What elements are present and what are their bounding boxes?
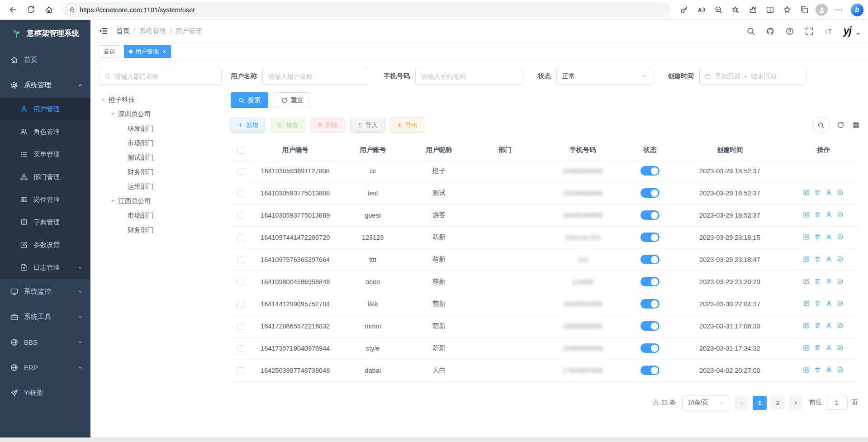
row-delete-action[interactable] [814, 278, 821, 285]
url-text[interactable]: https://ccnetcore.com:1101/system/user [80, 6, 195, 14]
row-delete-action[interactable] [814, 344, 821, 351]
row-reset-password-action[interactable] [825, 211, 832, 218]
row-reset-password-action[interactable] [825, 344, 832, 351]
tree-node[interactable]: 测试部门 [99, 150, 222, 165]
tree-node[interactable]: 市场部门 [99, 136, 222, 150]
page-button-2[interactable]: 2 [771, 396, 785, 410]
breadcrumb-item[interactable]: 用户管理 [175, 27, 202, 35]
close-icon[interactable]: × [162, 48, 166, 55]
edit-button[interactable]: 修改 [270, 118, 305, 133]
search-icon[interactable] [746, 27, 755, 36]
row-reset-password-action[interactable] [825, 233, 832, 240]
search-button[interactable]: 搜索 [231, 92, 268, 108]
tab-user-mgmt[interactable]: 用户管理× [124, 45, 171, 58]
export-button[interactable]: 导出 [390, 118, 424, 133]
status-toggle[interactable] [640, 233, 659, 242]
github-icon[interactable] [766, 27, 775, 36]
row-reset-password-action[interactable] [825, 189, 832, 196]
page-size-select[interactable]: 10条/页 [682, 395, 728, 410]
row-reset-password-action[interactable] [825, 278, 832, 285]
sidebar-item-user-mgmt[interactable]: 用户管理 [0, 98, 90, 120]
row-checkbox[interactable] [237, 279, 244, 285]
zoom-button[interactable] [710, 2, 726, 18]
add-button[interactable]: 新增 [231, 118, 265, 133]
row-checkbox[interactable] [237, 345, 244, 352]
status-toggle[interactable] [640, 210, 659, 220]
date-range-picker[interactable]: 开始日期 - 结束日期 [699, 68, 807, 85]
row-checkbox[interactable] [237, 234, 244, 241]
row-assign-role-action[interactable] [837, 278, 844, 285]
row-checkbox[interactable] [237, 367, 244, 374]
sidebar-item-role-mgmt[interactable]: 角色管理 [0, 120, 90, 143]
row-delete-action[interactable] [814, 189, 821, 196]
split-screen-button[interactable] [762, 2, 778, 18]
sidebar-item-sys-monitor[interactable]: 系统监控 [0, 279, 90, 304]
row-assign-role-action[interactable] [837, 300, 844, 307]
row-edit-action[interactable] [803, 344, 810, 351]
font-size-icon[interactable] [824, 27, 833, 36]
breadcrumb-item[interactable]: 首页 [116, 27, 129, 35]
browser-refresh-button[interactable] [23, 2, 39, 18]
sidebar-item-post-mgmt[interactable]: 岗位管理 [0, 188, 90, 211]
row-checkbox[interactable] [237, 168, 244, 175]
row-edit-action[interactable] [803, 322, 810, 329]
help-icon[interactable] [785, 27, 794, 36]
extensions-button[interactable] [745, 2, 761, 18]
sidebar-item-log-mgmt[interactable]: 日志管理 [0, 256, 90, 279]
row-delete-action[interactable] [814, 322, 821, 329]
tree-node[interactable]: 财务部门 [99, 223, 222, 237]
refresh-table-icon[interactable] [837, 121, 844, 129]
tree-node[interactable]: 财务部门 [99, 165, 222, 179]
row-assign-role-action[interactable] [837, 366, 844, 373]
hide-search-button[interactable] [812, 117, 829, 133]
row-edit-action[interactable] [803, 300, 810, 307]
tree-node[interactable]: 市场部门 [99, 208, 222, 223]
sidebar-item-home[interactable]: 首页 [0, 47, 90, 72]
password-key-button[interactable] [676, 2, 692, 18]
user-avatar[interactable]: yj [844, 26, 851, 36]
reset-button[interactable]: 重置 [274, 92, 311, 108]
tree-node[interactable]: 研发部门 [99, 121, 222, 136]
status-toggle[interactable] [640, 343, 659, 353]
copilot-button[interactable]: b [851, 4, 863, 16]
row-reset-password-action[interactable] [825, 366, 832, 373]
row-assign-role-action[interactable] [837, 344, 844, 351]
row-edit-action[interactable] [803, 256, 810, 262]
select-all-checkbox[interactable] [237, 147, 244, 154]
row-reset-password-action[interactable] [825, 300, 832, 307]
row-delete-action[interactable] [814, 300, 821, 307]
phone-input[interactable] [415, 68, 522, 85]
row-checkbox[interactable] [237, 301, 244, 308]
row-checkbox[interactable] [237, 190, 244, 197]
breadcrumb-item[interactable]: 系统管理 [139, 27, 166, 35]
browser-menu-button[interactable]: ⋯ [831, 2, 847, 18]
row-assign-role-action[interactable] [837, 211, 844, 218]
row-reset-password-action[interactable] [825, 256, 832, 262]
next-page-button[interactable] [789, 396, 803, 410]
sidebar-item-bbs[interactable]: BBS [0, 329, 90, 355]
tree-node[interactable]: 深圳总公司 [99, 107, 222, 121]
status-toggle[interactable] [640, 277, 659, 286]
row-edit-action[interactable] [803, 233, 810, 240]
delete-button[interactable]: 删除 [310, 118, 345, 133]
row-delete-action[interactable] [814, 211, 821, 218]
columns-grid-icon[interactable] [852, 121, 860, 129]
tree-node[interactable]: 橙子科技 [99, 92, 222, 107]
status-toggle[interactable] [640, 188, 659, 198]
row-assign-role-action[interactable] [837, 256, 844, 262]
dept-search-input[interactable] [114, 73, 216, 80]
sidebar-item-param-settings[interactable]: 参数设置 [0, 233, 90, 256]
page-button-1[interactable]: 1 [753, 396, 767, 410]
app-logo[interactable]: 意框架管理系统 [0, 20, 90, 47]
sidebar-item-dict-mgmt[interactable]: 字典管理 [0, 211, 90, 233]
tree-node[interactable]: 运维部门 [99, 179, 222, 194]
row-edit-action[interactable] [803, 189, 810, 196]
sidebar-fold-button[interactable] [99, 26, 108, 36]
tree-node[interactable]: 江西总公司 [99, 194, 222, 208]
sidebar-item-dept-mgmt[interactable]: 部门管理 [0, 166, 90, 188]
sidebar-item-erp[interactable]: ERP [0, 355, 90, 380]
goto-page-input[interactable] [826, 396, 848, 410]
read-aloud-button[interactable] [693, 2, 709, 18]
status-toggle[interactable] [640, 321, 659, 331]
row-checkbox[interactable] [237, 212, 244, 219]
